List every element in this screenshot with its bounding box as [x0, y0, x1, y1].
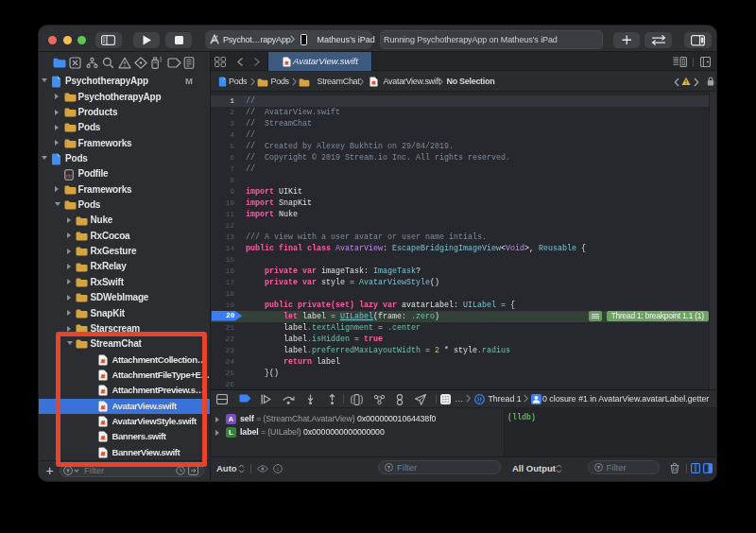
svg-text:i: i: [277, 465, 279, 472]
svg-text:rb: rb: [66, 172, 72, 178]
